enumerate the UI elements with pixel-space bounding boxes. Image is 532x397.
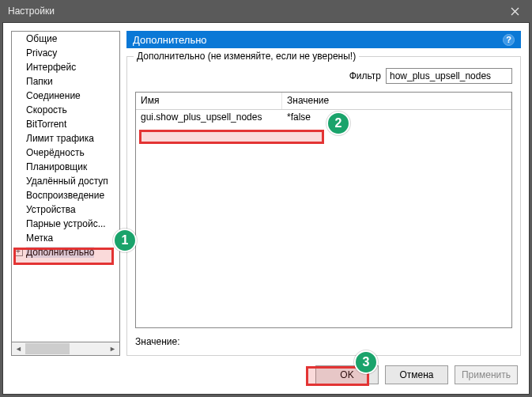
sidebar-item-1[interactable]: Privacy — [12, 46, 119, 60]
sidebar-item-0[interactable]: Общие — [12, 32, 119, 46]
ok-button[interactable]: OK — [315, 365, 379, 384]
sidebar-item-label: Устройства — [26, 204, 76, 215]
sidebar-item-2[interactable]: Интерфейс — [12, 60, 119, 74]
client-area: ОбщиеPrivacyИнтерфейсПапкиСоединениеСкор… — [2, 22, 530, 395]
close-icon — [511, 7, 519, 16]
advanced-groupbox: Дополнительно (не изменяйте, если не уве… — [126, 56, 521, 356]
table-row[interactable]: gui.show_plus_upsell_nodes*false — [136, 110, 511, 124]
help-icon[interactable]: ? — [503, 34, 515, 46]
sidebar-item-15[interactable]: Дополнительно — [12, 245, 119, 259]
value-label: Значение: — [135, 336, 180, 347]
filter-label: Фильтр — [349, 70, 381, 81]
scroll-track[interactable] — [25, 342, 106, 355]
sidebar-item-13[interactable]: Парные устройс... — [12, 217, 119, 231]
sidebar-item-8[interactable]: Очерёдность — [12, 146, 119, 160]
section-title-bar: Дополнительно ? — [126, 31, 521, 48]
table-body[interactable]: gui.show_plus_upsell_nodes*false — [136, 110, 511, 327]
sidebar-item-11[interactable]: Воспроизведение — [12, 188, 119, 202]
cancel-button[interactable]: Отмена — [385, 365, 448, 384]
sidebar-item-10[interactable]: Удалённый доступ — [12, 174, 119, 188]
sidebar-item-label: Скорость — [26, 104, 67, 115]
sidebar-item-label: Лимит трафика — [26, 133, 94, 144]
sidebar-item-4[interactable]: Соединение — [12, 89, 119, 103]
sidebar-item-5[interactable]: Скорость — [12, 103, 119, 117]
sidebar-item-label: Планировщик — [26, 161, 87, 172]
close-button[interactable] — [497, 0, 532, 22]
window-title: Настройки — [8, 6, 55, 17]
category-tree[interactable]: ОбщиеPrivacyИнтерфейсПапкиСоединениеСкор… — [11, 31, 120, 342]
scroll-left-icon[interactable]: ◄ — [12, 342, 25, 355]
sidebar-item-9[interactable]: Планировщик — [12, 160, 119, 174]
sidebar-item-label: Очерёдность — [26, 147, 85, 158]
col-name-header[interactable]: Имя — [136, 93, 282, 109]
sidebar-item-label: Privacy — [26, 47, 57, 59]
scroll-right-icon[interactable]: ► — [106, 342, 119, 355]
sidebar-item-7[interactable]: Лимит трафика — [12, 131, 119, 146]
col-value-header[interactable]: Значение — [282, 93, 511, 109]
sidebar-item-label: Общие — [26, 33, 57, 44]
sidebar-item-12[interactable]: Устройства — [12, 202, 119, 217]
cell-value: *false — [282, 112, 511, 123]
sidebar-item-6[interactable]: BitTorrent — [12, 117, 119, 131]
sidebar-item-label: Папки — [26, 76, 53, 87]
sidebar-item-label: BitTorrent — [26, 119, 66, 130]
sidebar-item-3[interactable]: Папки — [12, 74, 119, 89]
titlebar: Настройки — [0, 0, 532, 22]
filter-input[interactable] — [386, 68, 512, 84]
groupbox-label: Дополнительно (не изменяйте, если не уве… — [134, 51, 359, 62]
table-header[interactable]: Имя Значение — [136, 93, 511, 110]
sidebar-item-label: Дополнительно — [26, 247, 94, 258]
sidebar-item-label: Парные устройс... — [26, 218, 106, 229]
cell-name: gui.show_plus_upsell_nodes — [136, 112, 282, 123]
sidebar-item-label: Метка — [26, 233, 53, 244]
sidebar-item-label: Воспроизведение — [26, 190, 104, 201]
sidebar-item-14[interactable]: Метка — [12, 231, 119, 245]
settings-table[interactable]: Имя Значение gui.show_plus_upsell_nodes*… — [135, 92, 512, 328]
section-title: Дополнительно — [133, 34, 207, 46]
scroll-thumb[interactable] — [25, 343, 70, 354]
apply-button: Применить — [455, 365, 518, 384]
sidebar-item-label: Соединение — [26, 90, 81, 101]
tree-hscrollbar[interactable]: ◄ ► — [11, 342, 120, 356]
sidebar-item-label: Интерфейс — [26, 62, 76, 73]
sidebar-item-label: Удалённый доступ — [26, 176, 108, 187]
